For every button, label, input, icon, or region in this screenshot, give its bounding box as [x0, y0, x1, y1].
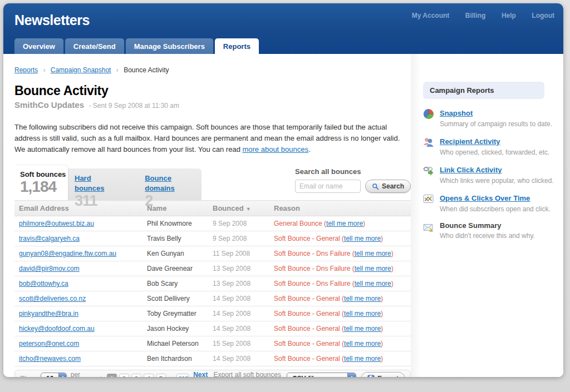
logout-link[interactable]: Logout [532, 12, 554, 19]
tell-me-more-link[interactable]: tell me more [344, 340, 381, 348]
link-icon [423, 165, 434, 176]
utility-nav: My Account Billing Help Logout [399, 10, 554, 20]
bounce-date: 11 Sep 2008 [208, 246, 269, 261]
sort-desc-icon: ▼ [246, 206, 251, 212]
email-link[interactable]: itcho@newaves.com [19, 355, 81, 363]
more-about-bounces-link[interactable]: more about bounces [242, 145, 308, 153]
snapshot-link[interactable]: Snapshot [440, 109, 473, 117]
hard-bounces-link[interactable]: Hard bounces [75, 174, 104, 192]
tell-me-more-link[interactable]: tell me more [344, 325, 381, 333]
tell-me-more-link[interactable]: tell me more [344, 355, 381, 363]
export-button[interactable]: Export [361, 372, 405, 377]
envelope-warning-icon [423, 222, 434, 233]
table-row: itcho@newaves.com Ben Itchardson 14 Sep … [14, 351, 411, 366]
intro-paragraph: The following subscribers did not receiv… [14, 122, 411, 155]
tell-me-more-link[interactable]: tell me more [344, 235, 381, 242]
bounce-reason: Soft Bounce - General [274, 235, 340, 242]
hard-bounces-count: 311 [75, 193, 121, 209]
app-logo: Newsletters [14, 12, 90, 28]
tab-reports[interactable]: Reports [215, 38, 259, 54]
soft-bounces-stat-active-tab[interactable]: Soft bounces 1,184 [14, 165, 68, 200]
page-button-4[interactable]: 4 [144, 374, 154, 377]
export-button-label: Export [377, 375, 399, 377]
recipient-activity-desc: Who opened, clicked, forwarded, etc. [440, 148, 549, 156]
email-link[interactable]: peterson@onet.com [19, 340, 79, 348]
help-link[interactable]: Help [502, 12, 516, 19]
pager: 1 2 3 4 5 … 119 Next » [107, 371, 210, 377]
header-bounced[interactable]: Bounced▼ [208, 201, 269, 216]
bounce-summary-desc: Who didn't receive this and why. [440, 232, 535, 240]
tell-me-more-link[interactable]: tell me more [326, 220, 363, 227]
page-subtitle: SmithCo Updates - Sent 9 Sep 2008 at 11:… [14, 100, 411, 110]
tell-me-more-link[interactable]: tell me more [355, 265, 391, 272]
tab-overview[interactable]: Overview [14, 38, 63, 54]
divider: | [100, 375, 102, 377]
table-row: philmore@outwest.biz.au Phil Knowmore 9 … [14, 216, 411, 231]
email-link[interactable]: philmore@outwest.biz.au [19, 220, 94, 227]
breadcrumb-campaign-snapshot[interactable]: Campaign Snapshot [51, 66, 111, 74]
bounce-reason: Soft Bounce - General [274, 295, 340, 302]
search-button[interactable]: Search [365, 180, 411, 193]
search-input[interactable] [295, 180, 361, 193]
opens-clicks-over-time-link[interactable]: Opens & Clicks Over Time [440, 194, 530, 202]
sent-info: - Sent 9 Sep 2008 at 11:30 am [89, 102, 179, 110]
link-click-activity-desc: Which links were popular, who clicked. [440, 177, 554, 185]
page-button-5[interactable]: 5 [156, 374, 166, 377]
save-disk-icon [367, 375, 375, 377]
soft-bounces-count: 1,184 [20, 178, 68, 195]
export-label: Export all soft bounces as [213, 371, 282, 377]
billing-link[interactable]: Billing [465, 12, 486, 19]
subscriber-name: Ken Gunyan [142, 246, 208, 261]
link-click-activity-link[interactable]: Link Click Activity [440, 166, 502, 174]
email-link[interactable]: travis@calgaryeh.ca [19, 235, 80, 242]
bounce-reason: Soft Bounce - General [274, 310, 340, 317]
magnifier-icon [372, 183, 379, 190]
bounce-domains-count: 2 [145, 193, 202, 209]
next-page-link[interactable]: Next » [193, 371, 209, 377]
people-icon [423, 137, 434, 148]
bounce-date: 14 Sep 2008 [208, 351, 269, 366]
header-reason[interactable]: Reason [269, 201, 411, 216]
page-button-1[interactable]: 1 [107, 374, 117, 377]
bounce-stats-bar: Hard bounces 311 Bounce domains 2 Soft b… [14, 165, 411, 200]
subscriber-name: Michael Peterson [142, 336, 208, 351]
email-link[interactable]: pinkyandthe@bra.in [19, 310, 78, 317]
email-link[interactable]: scott@deliveries.co.nz [19, 295, 86, 302]
page-button-last[interactable]: 119 [176, 374, 189, 377]
tell-me-more-link[interactable]: tell me more [344, 310, 381, 317]
sidebar: Campaign Reports Snapshot Summary of cam… [411, 54, 563, 377]
sidebar-item-link-click-activity: Link Click Activity Which links were pop… [423, 165, 557, 185]
email-link[interactable]: david@pir8mov.com [19, 265, 80, 272]
table-row: bob@ottowhy.ca Bob Scary 13 Sep 2008 Sof… [14, 276, 411, 291]
my-account-link[interactable]: My Account [412, 12, 450, 19]
subscriber-name: Jason Hockey [142, 321, 208, 336]
search-block: Search all bounces Search [295, 167, 409, 193]
per-page-select[interactable]: 10 [41, 373, 67, 377]
page-button-3[interactable]: 3 [131, 374, 141, 377]
table-row: gunyan08@engadine.ftw.com.au Ken Gunyan … [14, 246, 411, 261]
tell-me-more-link[interactable]: tell me more [344, 295, 381, 302]
sidebar-item-bounce-summary: Bounce Summary Who didn't receive this a… [423, 221, 557, 240]
bounce-reason: Soft Bounce - General [274, 340, 340, 348]
export-format-select[interactable]: CSV file [287, 373, 356, 377]
list-footer: Show 10 per page | 1 2 3 4 5 … 119 Next … [14, 370, 411, 377]
email-link[interactable]: bob@ottowhy.ca [19, 280, 68, 287]
breadcrumb-reports[interactable]: Reports [14, 66, 38, 74]
tab-create-send[interactable]: Create/Send [65, 38, 124, 54]
sidebar-item-opens-clicks-over-time: Opens & Clicks Over Time When did subscr… [423, 193, 557, 213]
search-heading: Search all bounces [295, 167, 409, 176]
recipient-activity-link[interactable]: Recipient Activity [440, 137, 500, 146]
email-link[interactable]: gunyan08@engadine.ftw.com.au [19, 250, 116, 257]
bounce-domains-link[interactable]: Bounce domains [145, 174, 174, 192]
page-button-2[interactable]: 2 [119, 374, 129, 377]
page-title: Bounce Activity [14, 83, 411, 98]
subscriber-name: Scott Dellivery [142, 291, 208, 306]
email-link[interactable]: hickey@doofdoof.com.au [19, 325, 95, 333]
tab-manage-subscribers[interactable]: Manage Subscribers [126, 38, 213, 54]
subscriber-name: Phil Knowmore [142, 216, 208, 231]
tell-me-more-link[interactable]: tell me more [355, 250, 391, 257]
tell-me-more-link[interactable]: tell me more [355, 280, 391, 287]
main-column: Reports › Campaign Snapshot › Bounce Act… [3, 54, 411, 377]
subscriber-name: Ben Itchardson [142, 351, 208, 366]
campaign-reports-list: Snapshot Summary of campaign results to … [423, 108, 557, 240]
